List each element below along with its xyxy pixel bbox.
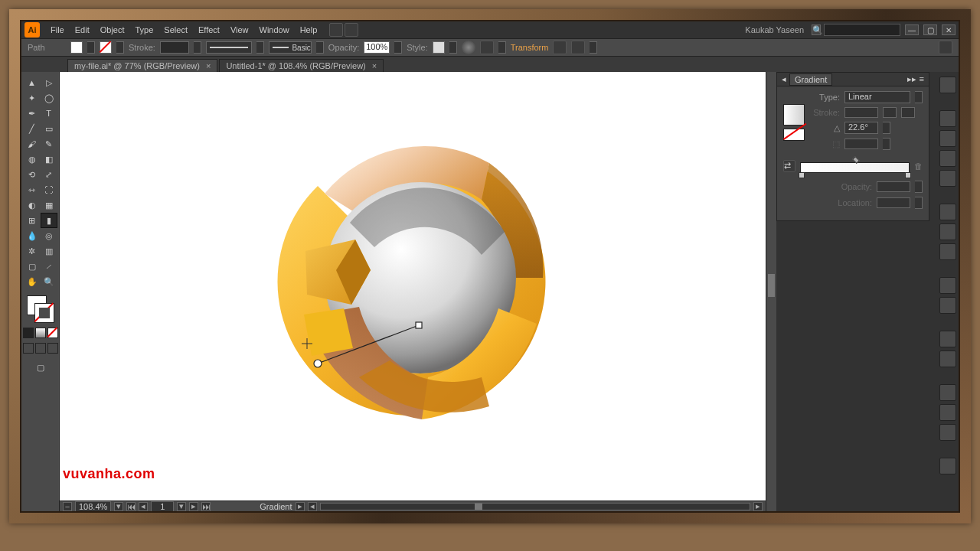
layout-icon[interactable] — [329, 23, 343, 37]
expand-icon[interactable]: ◂ — [782, 74, 786, 84]
gradient-type-select[interactable]: Linear — [844, 91, 910, 103]
gradient-angle-input[interactable]: 22.6° — [844, 122, 878, 134]
gradient-midpoint[interactable] — [852, 156, 860, 164]
brush-dropdown[interactable] — [316, 41, 324, 54]
profile-select[interactable] — [206, 41, 252, 54]
horizontal-scrollbar[interactable] — [320, 503, 750, 510]
direct-selection-tool[interactable]: ▷ — [41, 75, 57, 90]
first-artboard-icon[interactable]: ⏮ — [126, 502, 136, 511]
dock-pathfinder-icon[interactable] — [939, 424, 956, 441]
dock-color-icon[interactable] — [939, 77, 956, 93]
delete-stop-icon[interactable]: 🗑 — [914, 161, 923, 171]
zoom-out-icon[interactable]: − — [63, 502, 72, 511]
stroke-swatch[interactable] — [100, 41, 112, 54]
isolate-icon[interactable] — [553, 41, 567, 54]
scroll-left-icon[interactable]: ◂ — [308, 502, 317, 511]
rectangle-tool[interactable]: ▭ — [41, 121, 57, 136]
dock-layers-icon[interactable] — [939, 331, 956, 347]
artboard-number[interactable]: 1 — [151, 501, 174, 512]
align-dropdown[interactable] — [498, 41, 506, 54]
rotate-tool[interactable]: ⟲ — [24, 167, 41, 182]
eyedropper-tool[interactable]: 💧 — [24, 228, 41, 243]
dock-stroke-icon[interactable] — [939, 204, 956, 220]
dock-appearance-icon[interactable] — [939, 277, 956, 294]
gradient-preview[interactable] — [783, 104, 805, 126]
gradient-stop-2[interactable] — [905, 172, 911, 178]
paintbrush-tool[interactable]: 🖌 — [24, 136, 41, 152]
stop-opacity-dropdown[interactable] — [915, 181, 923, 193]
menu-file[interactable]: File — [46, 24, 69, 36]
menu-window[interactable]: Window — [255, 24, 294, 36]
hand-tool[interactable]: ✋ — [24, 274, 41, 289]
dock-actions-icon[interactable] — [939, 458, 956, 474]
type-dropdown[interactable] — [915, 91, 923, 103]
search-input[interactable] — [824, 24, 900, 36]
fill-swatch[interactable] — [70, 41, 83, 54]
brush-select[interactable]: Basic — [269, 41, 312, 54]
mesh-tool[interactable]: ⊞ — [24, 213, 41, 228]
panel-menu-icon[interactable] — [939, 41, 952, 54]
user-name[interactable]: Kaukab Yaseen — [739, 25, 810, 34]
stroke-weight-input[interactable] — [160, 41, 189, 54]
dock-align-icon[interactable] — [939, 384, 956, 401]
dock-brushes-icon[interactable] — [939, 150, 956, 167]
style-dropdown[interactable] — [449, 41, 457, 54]
scale-tool[interactable]: ⤢ — [41, 167, 57, 182]
screen-mode-cycle[interactable]: ▢ — [32, 360, 49, 375]
aspect-dropdown[interactable] — [883, 138, 890, 150]
stroke-weight-dropdown[interactable] — [194, 41, 201, 54]
screen-mode-3[interactable] — [47, 343, 58, 354]
line-tool[interactable]: ╱ — [24, 121, 41, 136]
stroke-dropdown[interactable] — [116, 41, 124, 54]
maximize-button[interactable]: ▢ — [923, 24, 937, 35]
screen-mode-1[interactable] — [23, 343, 34, 354]
dock-graphic-styles-icon[interactable] — [939, 297, 956, 314]
artboard-tool[interactable]: ▢ — [24, 259, 41, 274]
dock-gradient-icon[interactable] — [939, 223, 956, 240]
stroke-grad-3[interactable] — [901, 107, 915, 118]
panel-menu-icon[interactable]: ≡ — [920, 74, 924, 84]
color-mode-btn[interactable] — [23, 328, 34, 338]
menu-type[interactable]: Type — [131, 24, 158, 36]
minimize-button[interactable]: — — [905, 24, 919, 35]
doc-tab-1[interactable]: my-file.ai* @ 77% (RGB/Preview)× — [67, 59, 217, 72]
stroke-grad-2[interactable] — [883, 107, 897, 118]
stop-location-input[interactable] — [877, 197, 910, 208]
profile-dropdown[interactable] — [256, 41, 264, 54]
recolor-icon[interactable] — [462, 41, 475, 54]
angle-dropdown[interactable] — [883, 122, 890, 134]
blob-brush-tool[interactable]: ◍ — [24, 152, 41, 167]
zoom-level[interactable]: 108.4% — [75, 501, 111, 512]
fill-stroke-indicator[interactable] — [25, 294, 56, 324]
next-artboard-icon[interactable]: ▸ — [189, 502, 198, 511]
arrange-icon[interactable] — [345, 23, 358, 37]
blend-tool[interactable]: ◎ — [41, 228, 57, 243]
dock-swatches-icon[interactable] — [939, 130, 956, 147]
zoom-tool[interactable]: 🔍 — [41, 274, 57, 289]
canvas[interactable]: vuvanha.com — [60, 72, 766, 500]
type-tool[interactable]: T — [41, 106, 57, 121]
screen-mode-2[interactable] — [35, 343, 46, 354]
gradient-aspect-input[interactable] — [844, 139, 878, 149]
collapse-icon[interactable]: ▸▸ — [907, 74, 916, 84]
menu-help[interactable]: Help — [296, 24, 322, 36]
stop-opacity-input[interactable] — [877, 181, 910, 192]
shape-dropdown[interactable] — [590, 41, 597, 54]
status-dropdown[interactable]: ▸ — [296, 502, 305, 511]
lasso-tool[interactable]: ◯ — [41, 90, 57, 106]
fill-dropdown[interactable] — [87, 41, 95, 54]
close-icon[interactable]: × — [372, 61, 377, 70]
dock-transform-icon[interactable] — [939, 404, 956, 421]
eraser-tool[interactable]: ◧ — [41, 152, 57, 167]
close-button[interactable]: ✕ — [942, 24, 956, 35]
dock-transparency-icon[interactable] — [939, 243, 956, 260]
dock-symbols-icon[interactable] — [939, 170, 956, 187]
selection-tool[interactable]: ▲ — [24, 75, 41, 90]
gradient-stroke-preview[interactable] — [783, 129, 805, 141]
transform-link[interactable]: Transform — [511, 43, 549, 52]
slice-tool[interactable]: ⟋ — [41, 259, 57, 274]
menu-object[interactable]: Object — [96, 24, 129, 36]
pen-tool[interactable]: ✒ — [24, 106, 41, 121]
gradient-panel-tab[interactable]: Gradient — [789, 73, 832, 86]
symbol-sprayer-tool[interactable]: ✲ — [24, 243, 41, 259]
